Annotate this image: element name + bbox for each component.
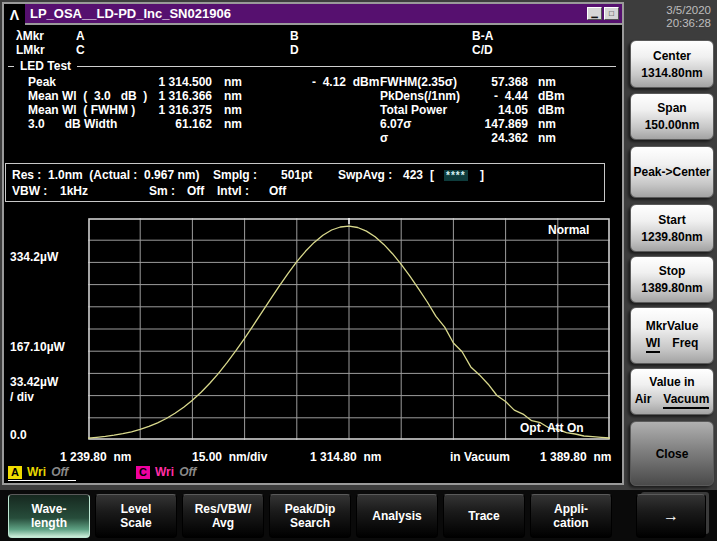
app-icon: Λ: [4, 4, 25, 25]
trace-c-state: Off: [179, 465, 196, 479]
l-mkr-label: LMkr: [16, 43, 45, 57]
six-sigma-unit: nm: [538, 117, 556, 131]
sigma-unit: nm: [538, 131, 556, 145]
mean-3db-value: 1 316.366: [146, 89, 212, 103]
pkdens-value: - 4.44: [474, 89, 528, 103]
total-power-value: 14.05: [474, 103, 528, 117]
peak-to-center-button[interactable]: Peak->Center: [630, 146, 714, 198]
db-width-unit: nm: [224, 117, 242, 131]
x-axis-labels: 1 239.80 nm 15.00 nm/div 1 314.80 nm in …: [4, 450, 622, 464]
stop-button[interactable]: Stop 1389.80nm: [630, 256, 714, 303]
menu-wavelength-line1: Wave-: [32, 502, 67, 516]
menu-res-vbw-avg-button[interactable]: Res/VBW/ Avg: [182, 494, 264, 538]
maximize-button[interactable]: □: [604, 7, 619, 20]
sigma-value: 24.362: [474, 131, 528, 145]
trace-c-status[interactable]: C Wri Off: [136, 465, 196, 479]
start-button-value: 1239.80nm: [641, 230, 702, 244]
menu-level-scale-line1: Level: [121, 502, 152, 516]
x-per-div-label: 15.00 nm/div: [192, 450, 267, 464]
menu-trace-button[interactable]: Trace: [443, 494, 525, 538]
value-in-title: Value in: [649, 375, 694, 389]
led-row-db-width: 3.0 dB Width 61.162 nm: [28, 117, 242, 131]
value-in-air-option: Air: [635, 392, 652, 409]
value-in-button[interactable]: Value in Air Vacuum: [630, 368, 714, 415]
led-row-pkdens: PkDens(/1nm) - 4.44 dBm: [380, 89, 565, 103]
lambda-mkr-label: λMkr: [16, 29, 44, 43]
center-button[interactable]: Center 1314.80nm: [630, 40, 714, 88]
marker-cd-label: C/D: [472, 43, 493, 57]
mkr-value-button[interactable]: MkrValue Wl Freq: [630, 307, 714, 364]
menu-level-scale-button[interactable]: Level Scale: [95, 494, 177, 538]
fwhm-unit: nm: [538, 75, 556, 89]
mean-fwhm-label: Mean Wl ( FWHM ): [28, 103, 146, 117]
led-row-total-power: Total Power 14.05 dBm: [380, 103, 565, 117]
menu-wavelength-line2: length: [31, 516, 67, 530]
swpavg-progress-stars: ****: [444, 170, 468, 181]
start-button-label: Start: [658, 213, 685, 227]
menu-wavelength-button[interactable]: Wave- length: [8, 494, 90, 538]
led-test-right-column: FWHM(2.35σ) 57.368 nm PkDens(/1nm) - 4.4…: [380, 75, 565, 145]
trace-a-status[interactable]: A Wri Off: [8, 465, 76, 481]
fwhm-value: 57.368: [474, 75, 528, 89]
menu-peak-dip-search-button[interactable]: Peak/Dip Search: [269, 494, 351, 538]
start-button[interactable]: Start 1239.80nm: [630, 204, 714, 252]
datetime-display: 3/5/2020 20:36:28: [666, 4, 711, 30]
mkr-value-freq-option: Freq: [672, 336, 698, 353]
swpavg-label: SwpAvg :: [338, 168, 392, 182]
mean-fwhm-value: 1 316.375: [146, 103, 212, 117]
led-row-sigma: σ 24.362 nm: [380, 131, 565, 145]
optical-attenuator-label: Opt. Att On: [520, 421, 584, 435]
marker-d-label: D: [290, 43, 299, 57]
y-axis-zero-label: 0.0: [10, 428, 27, 442]
y-axis-per-div-unit: / div: [10, 390, 34, 404]
trace-a-mode: Wri: [27, 465, 46, 479]
menu-res-vbw-avg-line2: Avg: [212, 516, 234, 530]
sigma-label: σ: [380, 131, 474, 145]
spectrum-trace-svg: [88, 218, 610, 440]
smplg-label: Smplg :: [213, 168, 257, 182]
spectrum-plot: [88, 218, 610, 440]
x-stop-label: 1 389.80 nm: [540, 450, 611, 464]
window-titlebar[interactable]: Λ LP_OSA__LD-PD_Inc_SN021906 ▁ □: [4, 4, 622, 25]
vbw-value: 1kHz: [60, 184, 88, 198]
menu-peak-dip-search-line1: Peak/Dip: [285, 502, 336, 516]
res-setting: Res : 1.0nm (Actual : 0.967 nm): [12, 168, 199, 182]
window-title: LP_OSA__LD-PD_Inc_SN021906: [30, 6, 231, 21]
mean-3db-label: Mean Wl ( 3.0 dB ): [28, 89, 146, 103]
marker-ba-label: B-A: [472, 29, 493, 43]
total-power-unit: dBm: [538, 103, 565, 117]
span-button-value: 150.00nm: [645, 118, 700, 132]
led-test-left-column: Peak 1 314.500 nm Mean Wl ( 3.0 dB ) 1 3…: [28, 75, 242, 131]
led-row-6sigma: 6.07σ 147.869 nm: [380, 117, 565, 131]
time-label: 20:36:28: [666, 17, 711, 30]
db-width-value: 61.162: [146, 117, 212, 131]
osa-screen: { "colors": { "title_bar": "#56106f", "t…: [0, 0, 717, 541]
menu-peak-dip-search-line2: Search: [290, 516, 330, 530]
six-sigma-value: 147.869: [474, 117, 528, 131]
mkr-value-wl-option: Wl: [646, 336, 661, 353]
x-medium-label: in Vacuum: [450, 450, 510, 464]
marker-header: λMkr A B B-A LMkr C D C/D: [4, 29, 622, 59]
marker-c-label: C: [76, 43, 85, 57]
peak-label: Peak: [28, 75, 146, 89]
close-button[interactable]: Close: [630, 421, 714, 486]
led-test-divider: LED Test: [8, 66, 616, 67]
trace-mode-label: Normal: [548, 223, 589, 237]
y-axis-top-label: 334.2µW: [10, 250, 58, 264]
peak-level-dbm: - 4.12 dBm: [312, 75, 379, 89]
minimize-button[interactable]: ▁: [587, 7, 602, 20]
menu-analysis-button[interactable]: Analysis: [356, 494, 438, 538]
led-row-fwhm: FWHM(2.35σ) 57.368 nm: [380, 75, 565, 89]
menu-application-button[interactable]: Appli- cation: [530, 494, 612, 538]
span-button[interactable]: Span 150.00nm: [630, 93, 714, 140]
date-label: 3/5/2020: [666, 4, 711, 17]
smplg-value: 501pt: [281, 168, 312, 182]
menu-res-vbw-avg-line1: Res/VBW/: [195, 502, 252, 516]
pkdens-label: PkDens(/1nm): [380, 89, 474, 103]
span-button-label: Span: [657, 101, 686, 115]
menu-next-page-button[interactable]: →: [636, 494, 706, 538]
marker-b-label: B: [290, 29, 299, 43]
total-power-label: Total Power: [380, 103, 474, 117]
menu-application-line2: cation: [553, 516, 588, 530]
peak-unit: nm: [224, 75, 242, 89]
